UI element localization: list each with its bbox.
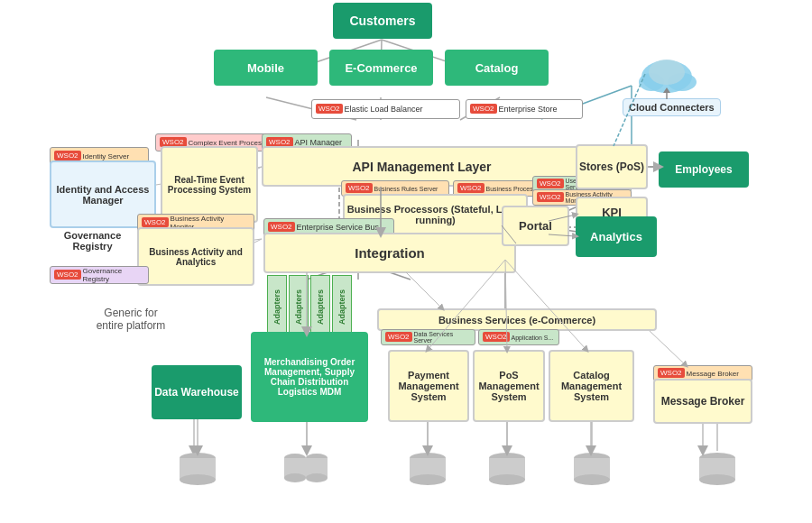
svg-line-67 [650, 331, 686, 365]
adapter-3: Adapters [310, 275, 330, 338]
svg-point-48 [489, 474, 525, 485]
adapter-4: Adapters [332, 275, 352, 338]
wso2-bps-icon: WSO2 [457, 183, 484, 193]
esb-label: Enterprise Service Bus [297, 223, 380, 232]
wso2-es-icon: WSO2 [470, 104, 497, 114]
catalog-mgmt-node: Catalog Management System [549, 350, 634, 422]
cloud-connectors-group: Cloud Connecters [623, 50, 721, 116]
application-s-label: Application S... [512, 335, 554, 341]
cloud-connectors-label: Cloud Connecters [623, 98, 721, 116]
pos-mgmt-node: PoS Management System [473, 350, 545, 422]
wso2-gr-icon: WSO2 [54, 270, 81, 280]
svg-point-45 [410, 474, 446, 485]
wso2-bam-icon: WSO2 [142, 217, 169, 227]
adapter-2: Adapters [289, 275, 309, 338]
governance-registry-badge: WSO2 Governance Registry [50, 266, 149, 284]
wso2-is-icon: WSO2 [54, 151, 81, 161]
db-catalog [570, 451, 614, 487]
db-payment [406, 451, 449, 487]
data-services-badge: WSO2 Data Services Server [381, 329, 475, 345]
merchandising-node: Merchandising Order Management, Supply C… [251, 332, 368, 422]
integration-node: Integration [263, 233, 516, 273]
db-pos [485, 451, 529, 487]
svg-point-36 [180, 474, 216, 485]
elastic-lb-badge: WSO2 Elastic Load Balancer [311, 99, 460, 119]
wso2-bam2-icon: WSO2 [537, 192, 564, 202]
business-services-node: Business Services (e-Commerce) [377, 308, 657, 331]
architecture-diagram: Customers Mobile E-Commerce Catalog Clou… [0, 0, 812, 523]
message-broker-badge-label: Message Broker [687, 370, 739, 378]
analytics-node: Analytics [576, 216, 657, 257]
svg-point-51 [574, 474, 610, 485]
wso2-ues-icon: WSO2 [537, 179, 564, 188]
enterprise-store-label: Enterprise Store [499, 105, 558, 114]
governance-registry-text: Governance Registry [50, 230, 135, 252]
portal-node: Portal [502, 206, 569, 246]
db-data-warehouse [176, 451, 219, 487]
wso2-api-icon: WSO2 [266, 137, 293, 147]
identity-server-label: Identity Server [83, 152, 130, 161]
wso2-brs-icon: WSO2 [346, 183, 373, 193]
svg-line-66 [406, 272, 442, 308]
svg-point-31 [649, 60, 685, 85]
application-s-badge: WSO2 Application S... [478, 329, 559, 345]
mobile-node: Mobile [214, 50, 318, 86]
business-activity-node: Business Activity and Analytics [137, 227, 254, 286]
adapter-1: Adapters [267, 275, 287, 338]
business-rules-label: Business Rules Server [374, 186, 438, 192]
elastic-lb-label: Elastic Load Balancer [345, 105, 423, 114]
adapters-group: Adapters Adapters Adapters Adapters [267, 275, 352, 338]
wso2-icon: WSO2 [316, 104, 343, 114]
stores-pos-node: Stores (PoS) [576, 144, 648, 189]
svg-point-42 [306, 473, 328, 482]
wso2-app-icon: WSO2 [483, 332, 510, 342]
wso2-cep-icon: WSO2 [160, 137, 187, 147]
catalog-node: Catalog [445, 50, 549, 86]
data-warehouse-node: Data Warehouse [152, 365, 242, 419]
svg-point-39 [284, 473, 306, 482]
message-broker-node: Message Broker [653, 379, 752, 424]
governance-registry-label: Governance Registry [83, 267, 144, 283]
cloud-icon [635, 50, 707, 99]
db-merchandising [282, 451, 333, 487]
svg-point-54 [699, 474, 735, 485]
realtime-node: Real-Time Event Processing System [161, 146, 258, 223]
employees-node: Employees [659, 151, 749, 188]
ecommerce-node: E-Commerce [329, 50, 433, 86]
generic-label: Generic for entire platform [90, 307, 171, 332]
db-message-broker [696, 451, 739, 487]
wso2-dss-icon: WSO2 [385, 332, 412, 342]
payment-node: Payment Management System [388, 350, 469, 422]
enterprise-store-badge: WSO2 Enterprise Store [466, 99, 583, 119]
wso2-mb-icon: WSO2 [658, 368, 685, 378]
customers-node: Customers [333, 3, 432, 39]
wso2-esb-icon: WSO2 [268, 222, 295, 232]
data-services-label: Data Services Server [414, 331, 471, 344]
